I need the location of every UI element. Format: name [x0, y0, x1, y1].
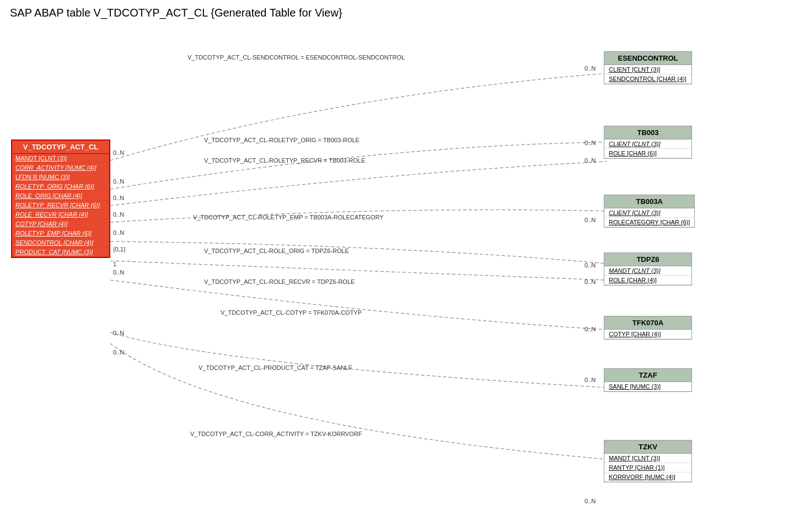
table-tb003: TB003 CLIENT [CLNT (3)] ROLE [CHAR (6)]	[604, 126, 692, 159]
card-tzaf-left: 0..N	[113, 330, 124, 336]
card-tb003-recvr-right: 0..N	[585, 157, 596, 164]
esendcontrol-title: ESENDCONTROL	[604, 52, 691, 65]
card-tb003-recvr-left: 0..N	[113, 195, 124, 201]
card-tb003a-right: 0..N	[585, 217, 596, 223]
field-role-recvr: ROLE_RECVR [CHAR (4)]	[12, 210, 109, 219]
rel-label-tb003-orig: V_TDCOTYP_ACT_CL-ROLETYP_ORIG = TB003-RO…	[204, 137, 360, 143]
tzkv-korrvorf: KORRVORF [NUMC (4)]	[604, 472, 691, 482]
rel-label-tdpz6-recvr: V_TDCOTYP_ACT_CL-ROLE_RECVR = TDPZ6-ROLE	[204, 278, 355, 285]
field-role-orig: ROLE_ORIG [CHAR (4)]	[12, 191, 109, 201]
rel-label-tfk070a: V_TDCOTYP_ACT_CL-COTYP = TFK070A-COTYP	[221, 309, 362, 316]
rel-label-tdpz6-orig: V_TDCOTYP_ACT_CL-ROLE_ORIG = TDPZ6-ROLE	[204, 248, 349, 254]
card-tb003-orig-left: 0..N	[113, 178, 124, 185]
tb003-title: TB003	[604, 126, 691, 139]
tdpz6-role: ROLE [CHAR (4)]	[604, 276, 691, 285]
esendcontrol-client: CLIENT [CLNT (3)]	[604, 65, 691, 74]
tfk070a-cotyp: COTYP [CHAR (4)]	[604, 330, 691, 339]
field-roletyp-emp: ROLETYP_EMP [CHAR (6)]	[12, 229, 109, 238]
table-tzkv: TZKV MANDT [CLNT (3)] RANTYP [CHAR (1)] …	[604, 440, 692, 482]
page-title: SAP ABAP table V_TDCOTYP_ACT_CL {Generat…	[0, 0, 788, 24]
card-tdpz6-orig-left: 0..N	[113, 229, 124, 236]
tzkv-title: TZKV	[604, 440, 691, 454]
tzaf-sanlf: SANLF [NUMC (3)]	[604, 382, 691, 391]
card-tdpz6-recvr-left: {0,1}	[113, 246, 126, 252]
field-cotyp: COTYP [CHAR (4)]	[12, 219, 109, 229]
card-tzkv-right: 0..N	[585, 498, 596, 504]
tb003a-client: CLIENT [CLNT (3)]	[604, 208, 694, 218]
card-esendcontrol-left: 0..N	[113, 149, 124, 156]
tb003-client: CLIENT [CLNT (3)]	[604, 139, 691, 149]
table-tdpz6: TDPZ6 MANDT [CLNT (3)] ROLE [CHAR (4)]	[604, 252, 692, 286]
tb003a-title: TB003A	[604, 195, 694, 208]
rel-label-tzaf: V_TDCOTYP_ACT_CL-PRODUCT_CAT = TZAF-SANL…	[199, 364, 352, 371]
card-tb003a-left: 0..N	[113, 211, 124, 218]
card-tfk070a-right: 0..N	[585, 326, 596, 332]
tfk070a-title: TFK070A	[604, 316, 691, 330]
table-tzaf: TZAF SANLF [NUMC (3)]	[604, 368, 692, 392]
diagram-area: .rel-line { stroke: #888; stroke-width: …	[0, 24, 788, 531]
field-roletyp-orig: ROLETYP_ORIG [CHAR (6)]	[12, 182, 109, 191]
rel-label-tzkv: V_TDCOTYP_ACT_CL-CORR_ACTIVITY = TZKV-KO…	[190, 431, 362, 437]
card-tdpz6-orig-right: 0..N	[585, 262, 596, 268]
card-tdpz6-role-orig: 1	[113, 261, 116, 267]
rel-label-esendcontrol: V_TDCOTYP_ACT_CL-SENDCONTROL = ESENDCONT…	[187, 54, 405, 61]
rel-label-tb003-recvr: V_TDCOTYP_ACT_CL-ROLETYP_RECVR = TB003-R…	[204, 157, 365, 164]
main-table-title: V_TDCOTYP_ACT_CL	[12, 141, 109, 154]
card-tzaf-right: 0..N	[585, 377, 596, 383]
tb003a-rolecategory: ROLECATEGORY [CHAR (6)]	[604, 218, 694, 227]
field-mandt: MANDT [CLNT (3)]	[12, 154, 109, 163]
tzkv-rantyp: RANTYP [CHAR (1)]	[604, 463, 691, 472]
field-sendcontrol: SENDCONTROL [CHAR (4)]	[12, 238, 109, 248]
rel-label-tb003a: V_TDCOTYP_ACT_CL-ROLETYP_EMP = TB003A-RO…	[193, 214, 384, 221]
field-lfdn-r: LFDN R [NUMC (3)]	[12, 173, 109, 182]
card-tfk070a-left: 0..N	[113, 269, 124, 276]
table-esendcontrol: ESENDCONTROL CLIENT [CLNT (3)] SENDCONTR…	[604, 51, 692, 84]
card-tzkv-left: 0..N	[113, 349, 124, 356]
tzaf-title: TZAF	[604, 369, 691, 382]
main-table: V_TDCOTYP_ACT_CL MANDT [CLNT (3)] CORR_A…	[11, 139, 110, 258]
table-tfk070a: TFK070A COTYP [CHAR (4)]	[604, 316, 692, 340]
table-tb003a: TB003A CLIENT [CLNT (3)] ROLECATEGORY [C…	[604, 195, 695, 228]
tzkv-mandt: MANDT [CLNT (3)]	[604, 454, 691, 463]
field-corr-activity: CORR_ACTIVITY [NUMC (4)]	[12, 163, 109, 173]
field-roletyp-recvr: ROLETYP_RECVR [CHAR (6)]	[12, 201, 109, 210]
card-tb003-orig-right: 0..N	[585, 139, 596, 146]
field-product-cat: PRODUCT_CAT [NUMC (3)]	[12, 248, 109, 257]
tb003-role: ROLE [CHAR (6)]	[604, 149, 691, 158]
card-tdpz6-recvr-right: 0..N	[585, 278, 596, 285]
esendcontrol-sendcontrol: SENDCONTROL [CHAR (4)]	[604, 74, 691, 84]
tdpz6-mandt: MANDT [CLNT (3)]	[604, 266, 691, 276]
tdpz6-title: TDPZ6	[604, 253, 691, 266]
card-esendcontrol-right: 0..N	[585, 65, 596, 72]
